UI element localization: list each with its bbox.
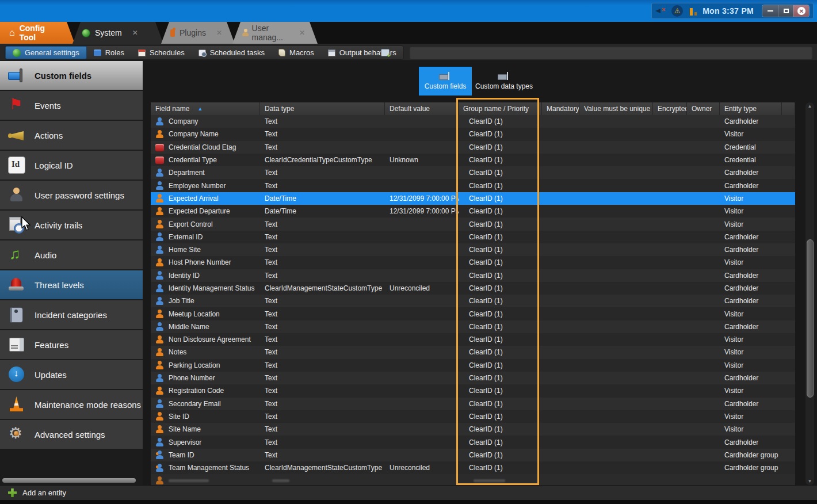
sidebar-item-actions[interactable]: Actions [0, 121, 143, 150]
cell-encrypted [653, 398, 687, 410]
sidebar-item-custom-fields[interactable]: Custom fields [0, 61, 143, 90]
column-header-owner[interactable]: Owner [687, 102, 720, 115]
muted-speaker-icon[interactable] [655, 7, 666, 15]
cell-owner [687, 256, 720, 269]
sidebar-item-logical-id[interactable]: Logical ID [0, 151, 143, 180]
column-header-entity-type[interactable]: Entity type [720, 102, 782, 115]
table-row[interactable]: Expected Departure Date/Time 12/31/2099 … [151, 205, 795, 217]
table-row[interactable]: Credential Cloud Etag Text ClearID (1) C… [151, 141, 795, 154]
task-tabstrip: ⌂ Config Tool System ✕ Plugins ✕ User ma… [0, 22, 817, 44]
table-row[interactable]: Company Name Text ClearID (1) Visitor [151, 128, 795, 140]
tab-user-management[interactable]: User manag... ✕ [232, 22, 318, 44]
table-row[interactable]: Department Text ClearID (1) Cardholder [151, 166, 795, 179]
add-entity-button[interactable]: Add an entity [22, 488, 66, 497]
tab-config-tool[interactable]: ⌂ Config Tool [0, 22, 75, 44]
table-row[interactable]: Secondary Email Text ClearID (1) Cardhol… [151, 398, 795, 410]
column-header-value-must-be-unique[interactable]: Value must be unique [579, 102, 653, 115]
table-row[interactable]: Registration Code Text ClearID (1) Visit… [151, 384, 795, 397]
table-row[interactable]: Notes Text ClearID (1) Visitor [151, 346, 795, 358]
minimize-button[interactable] [762, 5, 778, 17]
table-row[interactable]: Supervisor Text ClearID (1) Cardholder [151, 436, 795, 448]
tab-plugins[interactable]: Plugins ✕ [161, 22, 235, 44]
cell-entity: Cardholder [720, 166, 782, 179]
table-row[interactable]: Credential Type ClearIdCredentialTypeCus… [151, 154, 795, 166]
sidebar-item-updates[interactable]: Updates [0, 360, 143, 389]
table-row[interactable]: Phone Number Text ClearID (1) Cardholder [151, 372, 795, 384]
cell-field-name: Site Name [169, 425, 201, 433]
scroll-up-icon[interactable]: ▲ [805, 104, 814, 109]
cell-default-value [385, 359, 459, 372]
toolbar-general-settings[interactable]: General settings [5, 46, 87, 59]
toolbar-macros[interactable]: Macros [272, 46, 321, 59]
table-row[interactable]: Site Name Text ClearID (1) Visitor [151, 423, 795, 436]
cell-entity: Cardholder [720, 372, 782, 384]
sidebar-item-features[interactable]: Features [0, 330, 143, 359]
column-header-mandatory[interactable]: Mandatory [542, 102, 579, 115]
view-tab-custom-data-types[interactable]: Custom data types [472, 67, 536, 96]
table-row[interactable]: Company Text ClearID (1) Cardholder [151, 115, 795, 128]
table-row[interactable]: Export Control Text ClearID (1) Visitor [151, 217, 795, 230]
sidebar-item-incident-categories[interactable]: Incident categories [0, 300, 143, 329]
close-tab-icon[interactable]: ✕ [132, 29, 138, 37]
close-tab-icon[interactable]: ✕ [299, 29, 305, 37]
scrollbar-thumb[interactable] [807, 239, 814, 398]
back-arrow-icon[interactable]: ‹ [359, 48, 362, 58]
warning-icon[interactable]: ⚠ [671, 5, 683, 17]
table-row[interactable]: Middle Name Text ClearID (1) Cardholder [151, 320, 795, 333]
sidebar-item-maintenance-mode-reasons[interactable]: Maintenance mode reasons [0, 390, 143, 419]
cell-entity: Cardholder [720, 179, 782, 192]
table-row[interactable]: Employee Number Text ClearID (1) Cardhol… [151, 179, 795, 192]
column-header-group-name-priority[interactable]: Group name / Priority [459, 102, 542, 115]
toolbar-roles[interactable]: Roles [87, 46, 131, 59]
tab-system[interactable]: System ✕ [72, 22, 163, 44]
sidebar-item-advanced-settings[interactable]: Advanced settings [0, 420, 143, 449]
cell-data-type: Text [260, 179, 385, 192]
sidebar-item-events[interactable]: Events [0, 91, 143, 120]
column-header-data-type[interactable]: Data type [260, 102, 385, 115]
table-vertical-scrollbar[interactable]: ▲ ▼ [805, 102, 814, 485]
table-row[interactable]: Identity Management Status ClearIdManage… [151, 282, 795, 295]
table-row[interactable]: Non Disclosure Agreement Text ClearID (1… [151, 333, 795, 346]
close-button[interactable]: ✕ [793, 5, 809, 17]
main-content: Custom fields Custom data types Field na… [143, 61, 817, 485]
cell-owner [687, 333, 720, 346]
table-row[interactable]: Expected Arrival Date/Time 12/31/2099 7:… [151, 192, 795, 205]
column-header-field-name[interactable]: Field name▲ [151, 102, 260, 115]
toolbar-scheduled-tasks[interactable]: Scheduled tasks [192, 46, 272, 59]
table-row[interactable]: Home Site Text ClearID (1) Cardholder [151, 243, 795, 256]
table-row[interactable]: Team ID Text ClearID (1) Cardholder grou… [151, 449, 795, 461]
table-row[interactable]: Identity ID Text ClearID (1) Cardholder [151, 269, 795, 282]
actions-megaphone-icon [8, 127, 25, 144]
cardholder-icon [155, 181, 164, 190]
table-row[interactable]: Site ID Text ClearID (1) Visitor [151, 410, 795, 423]
cell-field-name: Secondary Email [169, 400, 221, 408]
cell-data-type: Text [260, 269, 385, 282]
cardholder-icon [155, 117, 164, 126]
forward-arrow-icon[interactable]: › [370, 48, 373, 58]
table-row-partial[interactable] [151, 474, 795, 485]
column-header-encrypted[interactable]: Encrypted [653, 102, 687, 115]
cell-default-value [385, 166, 459, 179]
table-row[interactable]: Host Phone Number Text ClearID (1) Visit… [151, 256, 795, 269]
cell-mandatory [542, 449, 579, 461]
sidebar-horizontal-scrollbar[interactable] [2, 478, 136, 483]
table-row[interactable]: Meetup Location Text ClearID (1) Visitor [151, 307, 795, 320]
navigation-field[interactable] [410, 46, 812, 59]
cell-field-name: Expected Departure [169, 207, 230, 215]
table-row[interactable]: External ID Text ClearID (1) Cardholder [151, 231, 795, 243]
table-row[interactable]: Parking Location Text ClearID (1) Visito… [151, 359, 795, 372]
toolbar-schedules[interactable]: Schedules [131, 46, 192, 59]
scroll-down-icon[interactable]: ▼ [805, 479, 814, 484]
status-icon[interactable] [689, 6, 697, 16]
table-row[interactable]: Team Management Status ClearIdManagement… [151, 461, 795, 474]
sidebar-item-activity-trails[interactable]: Activity trails [0, 211, 143, 239]
maximize-button[interactable] [778, 5, 793, 17]
column-header-default-value[interactable]: Default value [385, 102, 459, 115]
sidebar-item-audio[interactable]: Audio [0, 240, 143, 269]
sidebar-item-user-password-settings[interactable]: User password settings [0, 181, 143, 209]
view-tab-custom-fields[interactable]: Custom fields [419, 67, 472, 96]
table-row[interactable]: Job Title Text ClearID (1) Cardholder [151, 295, 795, 307]
bookmark-add-icon[interactable] [381, 49, 390, 56]
sidebar-item-threat-levels[interactable]: Threat levels [0, 270, 143, 299]
close-tab-icon[interactable]: ✕ [216, 29, 222, 37]
